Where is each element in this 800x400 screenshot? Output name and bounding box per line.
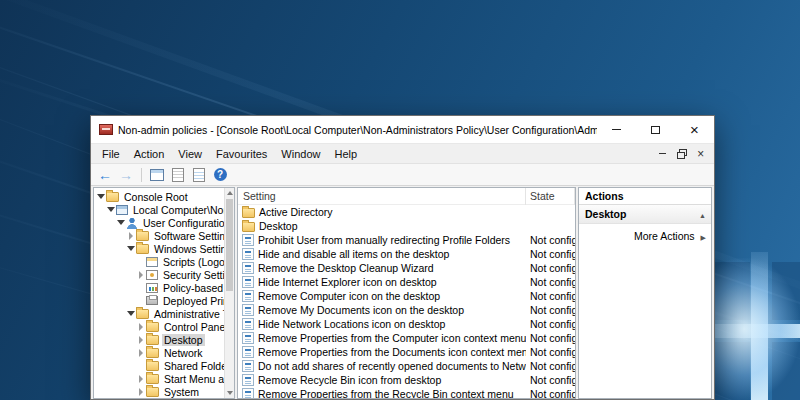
console-tree-icon[interactable]	[148, 166, 166, 184]
menu-action[interactable]: Action	[127, 148, 172, 160]
console-tree: Console RootLocal Computer\Non-AdmUser C…	[94, 190, 224, 398]
expanded-chevron-icon[interactable]	[96, 194, 106, 199]
tree-item-label: Start Menu and	[162, 373, 224, 385]
setting-row[interactable]: Do not add shares of recently opened doc…	[238, 359, 575, 373]
setting-cell: Remove Properties from the Documents ico…	[238, 346, 526, 358]
child-restore-icon	[677, 149, 687, 159]
setting-row[interactable]: Active Directory	[238, 205, 575, 219]
settings-list: Active DirectoryDesktopProhibit User fro…	[238, 205, 575, 399]
back-icon[interactable]	[96, 166, 114, 184]
forward-icon[interactable]	[117, 166, 135, 184]
tree-item-policy-based-q[interactable]: Policy-based Q	[94, 281, 224, 294]
menu-favourites[interactable]: Favourites	[209, 148, 274, 160]
actions-group-header[interactable]: Desktop	[579, 205, 711, 224]
setting-row[interactable]: Remove My Documents icon on the desktopN…	[238, 303, 575, 317]
state-cell: Not configu	[526, 374, 575, 386]
tree-item-label: Software Settings	[152, 230, 224, 242]
more-actions[interactable]: More Actions	[579, 224, 711, 242]
title-bar[interactable]: Non-admin policies - [Console Root\Local…	[91, 116, 714, 143]
close-button[interactable]	[675, 116, 714, 143]
collapsed-chevron-icon[interactable]	[136, 388, 146, 396]
policy-icon	[242, 234, 254, 246]
setting-cell: Hide Internet Explorer icon on desktop	[238, 276, 526, 288]
folder-icon	[146, 361, 159, 371]
scroll-down-icon[interactable]	[225, 388, 235, 398]
child-minimize-button[interactable]	[653, 146, 672, 162]
help-icon[interactable]	[211, 166, 229, 184]
state-cell: Not configu	[526, 290, 575, 302]
menu-help[interactable]: Help	[327, 148, 364, 160]
tree-item-security-setting[interactable]: Security Setting	[94, 268, 224, 281]
tree-item-label: Desktop	[162, 334, 205, 346]
setting-row[interactable]: Remove Properties from the Documents ico…	[238, 345, 575, 359]
maximize-button[interactable]	[636, 116, 675, 143]
tree-item-local-computer-non-adm[interactable]: Local Computer\Non-Adm	[94, 203, 224, 216]
collapsed-chevron-icon[interactable]	[136, 336, 146, 344]
tree-item-label: Deployed Printe	[161, 295, 224, 307]
collapsed-chevron-icon[interactable]	[136, 349, 146, 357]
window-title: Non-admin policies - [Console Root\Local…	[118, 124, 597, 136]
state-cell: Not configu	[526, 262, 575, 274]
tree-item-windows-settings[interactable]: Windows Settings	[94, 242, 224, 255]
properties-icon[interactable]	[169, 166, 187, 184]
setting-row[interactable]: Remove Computer icon on the desktopNot c…	[238, 289, 575, 303]
setting-row[interactable]: Remove Properties from the Computer icon…	[238, 331, 575, 345]
scroll-up-icon[interactable]	[225, 188, 235, 198]
setting-row[interactable]: Remove Properties from the Recycle Bin c…	[238, 387, 575, 399]
tree-scrollbar[interactable]	[224, 188, 234, 398]
expanded-chevron-icon[interactable]	[106, 207, 116, 212]
scrollbar-thumb[interactable]	[226, 199, 233, 291]
tree-item-shared-folders[interactable]: Shared Folders	[94, 359, 224, 372]
tree-item-console-root[interactable]: Console Root	[94, 190, 224, 203]
column-header-setting[interactable]: Setting	[238, 188, 526, 205]
close-icon	[690, 121, 699, 139]
tree-item-label: System	[162, 386, 201, 398]
collapsed-chevron-icon[interactable]	[136, 271, 146, 279]
setting-row[interactable]: Desktop	[238, 219, 575, 233]
tree-item-network[interactable]: Network	[94, 346, 224, 359]
setting-cell: Remove My Documents icon on the desktop	[238, 304, 526, 316]
tree-item-label: Network	[162, 347, 205, 359]
setting-label: Remove Computer icon on the desktop	[258, 290, 440, 302]
setting-row[interactable]: Hide Internet Explorer icon on desktopNo…	[238, 275, 575, 289]
user-icon	[126, 217, 138, 229]
column-header-state[interactable]: State	[526, 188, 575, 205]
menu-window[interactable]: Window	[274, 148, 327, 160]
state-cell: Not configu	[526, 248, 575, 260]
tree-item-desktop[interactable]: Desktop	[94, 333, 224, 346]
child-close-button[interactable]	[691, 146, 710, 162]
setting-cell: Remove Computer icon on the desktop	[238, 290, 526, 302]
folder-icon	[146, 322, 159, 332]
collapse-arrow-icon[interactable]	[699, 208, 706, 220]
setting-label: Do not add shares of recently opened doc…	[258, 360, 526, 372]
child-restore-button[interactable]	[672, 146, 691, 162]
tree-item-user-configuration[interactable]: User Configuration	[94, 216, 224, 229]
collapsed-chevron-icon[interactable]	[126, 232, 136, 240]
collapsed-chevron-icon[interactable]	[136, 375, 146, 383]
tree-item-administrative-temp[interactable]: Administrative Temp	[94, 307, 224, 320]
tree-item-scripts-logon[interactable]: Scripts (Logon/	[94, 255, 224, 268]
menu-view[interactable]: View	[171, 148, 209, 160]
tree-item-software-settings[interactable]: Software Settings	[94, 229, 224, 242]
expanded-chevron-icon[interactable]	[126, 311, 136, 316]
collapsed-chevron-icon[interactable]	[136, 323, 146, 331]
setting-row[interactable]: Hide and disable all items on the deskto…	[238, 247, 575, 261]
menu-file[interactable]: File	[95, 148, 127, 160]
state-cell: Not configu	[526, 234, 575, 246]
tree-item-deployed-printe[interactable]: Deployed Printe	[94, 294, 224, 307]
setting-row[interactable]: Remove Recycle Bin icon from desktopNot …	[238, 373, 575, 387]
export-list-icon[interactable]	[190, 166, 208, 184]
mmc-window: Non-admin policies - [Console Root\Local…	[90, 115, 715, 400]
policy-icon	[242, 332, 254, 344]
setting-row[interactable]: Hide Network Locations icon on desktopNo…	[238, 317, 575, 331]
policy-icon	[242, 374, 254, 386]
tree-item-control-panel[interactable]: Control Panel	[94, 320, 224, 333]
setting-row[interactable]: Remove the Desktop Cleanup WizardNot con…	[238, 261, 575, 275]
tree-item-system[interactable]: System	[94, 385, 224, 398]
setting-row[interactable]: Prohibit User from manually redirecting …	[238, 233, 575, 247]
setting-label: Prohibit User from manually redirecting …	[258, 234, 510, 246]
tree-item-start-menu-and[interactable]: Start Menu and	[94, 372, 224, 385]
expanded-chevron-icon[interactable]	[116, 220, 126, 225]
expanded-chevron-icon[interactable]	[126, 246, 136, 251]
minimize-button[interactable]	[597, 116, 636, 143]
